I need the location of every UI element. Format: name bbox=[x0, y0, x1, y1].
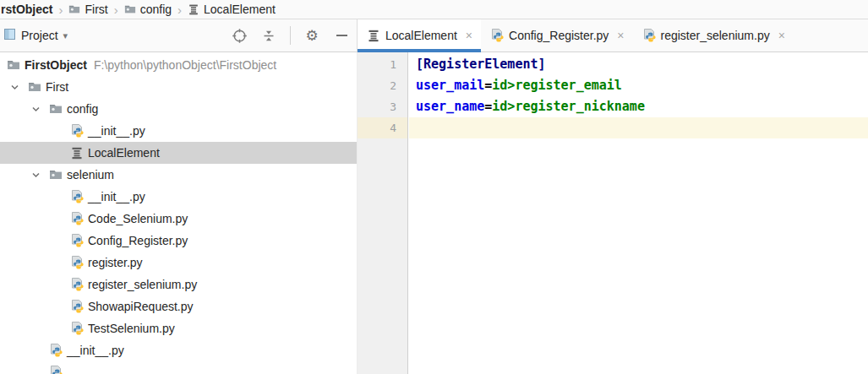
code-line: user_mail=id>register_email bbox=[409, 75, 868, 96]
tree-item-label: TestSelenium.py bbox=[88, 322, 175, 335]
text-file-icon bbox=[188, 3, 199, 15]
project-tool-window-icon bbox=[4, 28, 15, 43]
project-path: F:\python\pythonObject\FirstObject bbox=[94, 58, 276, 72]
breadcrumb-label: LocalElement bbox=[204, 3, 276, 16]
tab-label: LocalElement bbox=[385, 29, 457, 42]
tree-item-label: Code_Selenium.py bbox=[88, 212, 188, 225]
tree-item-label: __init__.py bbox=[67, 344, 124, 357]
breadcrumb-item[interactable]: First bbox=[68, 3, 107, 16]
tree-item-selenium[interactable]: selenium bbox=[0, 164, 358, 186]
chevron-down-icon[interactable]: ▾ bbox=[63, 30, 68, 41]
tree-item--init-py[interactable]: __init__.py bbox=[0, 339, 358, 361]
hide-panel-button[interactable] bbox=[333, 27, 350, 44]
tree-item-register-selenium-py[interactable]: register_selenium.py bbox=[0, 274, 358, 295]
code-token: user_mail bbox=[416, 78, 484, 93]
editor[interactable]: 1234 [RegisterElement]user_mail=id>regis… bbox=[358, 52, 868, 374]
settings-button[interactable]: ⚙ bbox=[303, 27, 320, 44]
python-icon bbox=[70, 300, 84, 313]
folder-icon bbox=[28, 80, 41, 94]
tab-label: register_selenium.py bbox=[661, 29, 770, 42]
tree-item--init-py[interactable]: __init__.py bbox=[0, 120, 358, 142]
editor-gutter: 1234 bbox=[358, 52, 408, 374]
tree-item-label: FirstObject bbox=[25, 58, 87, 72]
code-token: user_name bbox=[416, 99, 484, 114]
editor-code-area[interactable]: [RegisterElement]user_mail=id>register_e… bbox=[409, 52, 868, 374]
tree-item-label: config bbox=[67, 102, 98, 116]
tree-item-showapirequest-py[interactable]: ShowapiRequest.py bbox=[0, 295, 358, 317]
tree-item-label: __init__.py bbox=[88, 190, 145, 203]
folder-icon bbox=[7, 58, 20, 72]
editor-tab-register-selenium-py[interactable]: register_selenium.py× bbox=[633, 19, 794, 51]
code-token: = bbox=[484, 99, 492, 114]
chevron-down-icon[interactable] bbox=[30, 104, 41, 115]
python-icon bbox=[490, 29, 504, 42]
tree-item-register-py[interactable]: register.py bbox=[0, 252, 358, 274]
code-line bbox=[409, 117, 868, 138]
breadcrumb-label: First bbox=[85, 3, 107, 16]
close-icon[interactable]: × bbox=[778, 29, 785, 42]
tree-item-code-selenium-py[interactable]: Code_Selenium.py bbox=[0, 208, 358, 230]
editor-tab-localelement[interactable]: LocalElement× bbox=[358, 19, 481, 51]
gear-icon: ⚙ bbox=[305, 29, 318, 43]
tree-item[interactable] bbox=[0, 361, 358, 374]
tree-item-label: register.py bbox=[88, 256, 143, 269]
python-icon bbox=[70, 278, 84, 291]
code-token: [RegisterElement] bbox=[416, 57, 546, 72]
python-icon bbox=[70, 234, 84, 247]
tree-item-first[interactable]: First bbox=[0, 76, 358, 98]
tree-item-config-register-py[interactable]: Config_Register.py bbox=[0, 230, 358, 252]
toolbar-separator bbox=[290, 26, 291, 45]
editor-tab-config-register-py[interactable]: Config_Register.py× bbox=[481, 19, 632, 51]
line-number: 1 bbox=[358, 54, 407, 75]
breadcrumb-item[interactable]: LocalElement bbox=[188, 3, 276, 16]
python-icon bbox=[642, 29, 656, 42]
folder-icon bbox=[49, 102, 63, 116]
breadcrumb-label: config bbox=[140, 3, 172, 16]
tree-item-label: First bbox=[46, 80, 68, 94]
breadcrumb-separator: › bbox=[57, 3, 63, 17]
code-token: = bbox=[484, 78, 492, 93]
breadcrumb-separator: › bbox=[113, 3, 119, 17]
main-area: FirstObjectF:\python\pythonObject\FirstO… bbox=[0, 52, 868, 374]
breadcrumb-item[interactable]: config bbox=[124, 3, 172, 16]
tree-item-config[interactable]: config bbox=[0, 98, 358, 120]
locate-file-button[interactable] bbox=[231, 27, 248, 44]
tree-item-firstobject[interactable]: FirstObjectF:\python\pythonObject\FirstO… bbox=[0, 54, 358, 76]
line-number: 3 bbox=[358, 96, 407, 117]
python-icon bbox=[70, 322, 84, 335]
project-tree: FirstObjectF:\python\pythonObject\FirstO… bbox=[0, 52, 358, 374]
chevron-down-icon[interactable] bbox=[30, 170, 41, 181]
collapse-all-button[interactable] bbox=[260, 27, 277, 44]
project-panel-title[interactable]: Project bbox=[21, 29, 58, 42]
tree-item-label: __init__.py bbox=[88, 124, 145, 138]
project-panel-header: Project ▾ ⚙ bbox=[0, 19, 358, 51]
folder-icon bbox=[68, 3, 80, 15]
header-strip: Project ▾ ⚙ LocalElement×Config_Register… bbox=[0, 19, 868, 52]
python-icon bbox=[49, 344, 63, 357]
text-file-icon bbox=[367, 29, 380, 42]
tree-item-label: Config_Register.py bbox=[88, 234, 188, 247]
folder-icon bbox=[49, 168, 63, 182]
chevron-down-icon[interactable] bbox=[9, 82, 20, 93]
tree-item-label: LocalElement bbox=[88, 146, 160, 160]
code-line: [RegisterElement] bbox=[409, 54, 868, 75]
python-icon bbox=[70, 256, 84, 269]
tree-item-label: ShowapiRequest.py bbox=[88, 300, 194, 313]
ide-window: rstObject›First›config›LocalElement Proj… bbox=[0, 0, 868, 374]
close-icon[interactable]: × bbox=[466, 29, 472, 42]
tree-item--init-py[interactable]: __init__.py bbox=[0, 186, 358, 208]
code-line: user_name=id>register_nickname bbox=[409, 96, 868, 117]
tree-item-testselenium-py[interactable]: TestSelenium.py bbox=[0, 317, 358, 339]
tree-item-localelement[interactable]: LocalElement bbox=[0, 142, 358, 164]
breadcrumb-label: rstObject bbox=[1, 3, 52, 16]
close-icon[interactable]: × bbox=[617, 29, 624, 42]
folder-icon bbox=[124, 3, 136, 15]
line-number: 4 bbox=[358, 117, 407, 138]
python-icon bbox=[49, 366, 63, 374]
breadcrumb-separator: › bbox=[177, 3, 183, 17]
breadcrumb-item[interactable]: rstObject bbox=[1, 3, 52, 16]
tree-item-label: register_selenium.py bbox=[88, 278, 197, 291]
tab-label: Config_Register.py bbox=[509, 29, 609, 42]
line-number: 2 bbox=[358, 75, 407, 96]
code-token: id>register_nickname bbox=[492, 99, 645, 114]
